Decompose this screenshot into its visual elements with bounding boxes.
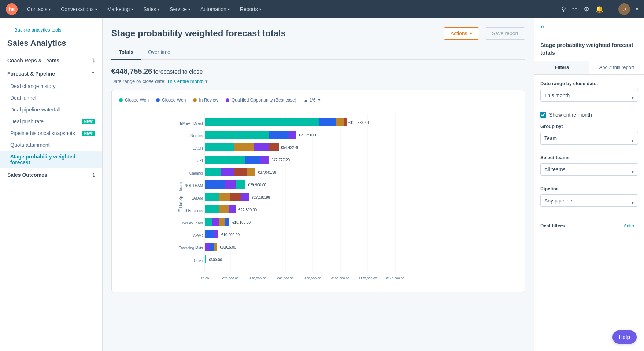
chevron-down-icon: ▾	[95, 7, 97, 11]
nav-automation[interactable]: Automation ▾	[197, 4, 233, 14]
group-by-label: Group by:	[540, 124, 638, 129]
show-entire-month-checkbox[interactable]	[540, 112, 546, 118]
pipeline-select-wrapper: Any pipeline	[540, 194, 638, 211]
svg-rect-23	[336, 118, 344, 126]
sidebar-item-deal-push[interactable]: Deal push rate NEW	[0, 116, 102, 127]
svg-rect-39	[245, 156, 260, 164]
svg-rect-65	[205, 218, 212, 226]
select-teams-select[interactable]: All teams	[540, 163, 638, 176]
svg-rect-72	[214, 230, 218, 238]
sidebar-section-coach[interactable]: Coach Reps & Teams ⤵	[0, 54, 102, 67]
deal-filters-row: Deal filters Actio...	[534, 223, 644, 231]
legend-dot-closed-won-teal	[119, 98, 123, 102]
nav-contacts[interactable]: Contacts ▾	[23, 4, 54, 14]
tab-over-time[interactable]: Over time	[141, 45, 178, 60]
legend-pagination: ▲ 1/6 ▼	[304, 98, 321, 103]
svg-text:€37,041.38: €37,041.38	[258, 171, 276, 175]
svg-rect-45	[234, 168, 247, 176]
svg-rect-32	[205, 143, 234, 151]
svg-rect-66	[212, 218, 219, 226]
next-icon[interactable]: ▼	[317, 98, 321, 103]
svg-text:€47,777.20: €47,777.20	[271, 158, 290, 162]
svg-text:€120,000.00: €120,000.00	[359, 277, 377, 280]
nav-sales[interactable]: Sales ▾	[140, 4, 163, 14]
chevron-down-icon: ⤵	[92, 58, 95, 63]
back-link[interactable]: ← Back to analytics tools	[0, 24, 102, 39]
legend-dot-in-review	[193, 98, 197, 102]
legend-in-review: In Review	[193, 98, 218, 103]
sidebar-section-forecast[interactable]: Forecast & Pipeline ⌃	[0, 67, 102, 80]
report-tabs: Totals Over time	[111, 45, 525, 60]
forecast-label: forecasted to close	[153, 69, 203, 75]
date-range-link[interactable]: This entire month	[167, 78, 204, 84]
group-by-select-wrapper: Team	[540, 132, 638, 149]
pipeline-select[interactable]: Any pipeline	[540, 194, 638, 207]
svg-rect-50	[225, 180, 236, 189]
svg-rect-43	[205, 168, 221, 176]
save-report-button[interactable]: Save report	[485, 27, 525, 40]
svg-rect-24	[344, 118, 347, 126]
marketplace-icon[interactable]: ☷	[572, 5, 578, 13]
chevron-down-icon: ▾	[470, 30, 472, 36]
tab-totals[interactable]: Totals	[111, 45, 141, 60]
svg-text:EMEA - Direct: EMEA - Direct	[180, 121, 203, 125]
svg-text:APAC: APAC	[193, 234, 203, 238]
search-icon[interactable]: ⚲	[561, 5, 566, 13]
bell-icon[interactable]: 🔔	[595, 5, 603, 13]
group-by-select[interactable]: Team	[540, 132, 638, 145]
svg-rect-61	[219, 205, 229, 213]
deal-filters-action[interactable]: Actio...	[623, 223, 638, 228]
right-panel: » Stage probability weighted forecast to…	[534, 18, 644, 351]
svg-text:€80,000.00: €80,000.00	[304, 277, 321, 280]
svg-text:Channel: Channel	[189, 171, 203, 175]
hubspot-logo[interactable]: hs	[6, 3, 18, 15]
forecast-amount: €448,755.26	[111, 67, 152, 75]
nav-marketing[interactable]: Marketing ▾	[104, 4, 137, 14]
nav-conversations[interactable]: Conversations ▾	[57, 4, 101, 14]
legend-closed-won-teal: Closed Won	[119, 98, 149, 103]
sidebar-item-deal-change[interactable]: Deal change history	[0, 80, 102, 92]
legend-label: Qualified Opportunity (Best case)	[232, 98, 296, 103]
badge-new-deal-push: NEW	[82, 119, 95, 124]
panel-tabs: Filters About this report	[534, 61, 644, 75]
svg-text:€60,000.00: €60,000.00	[277, 277, 293, 280]
pipeline-label: Pipeline	[540, 186, 638, 191]
svg-rect-54	[205, 193, 219, 201]
date-range-select[interactable]: This month	[540, 89, 638, 102]
nav-icons: ⚲ ☷ ⚙ 🔔 U ▾	[561, 3, 638, 15]
chevron-down-icon[interactable]: ▾	[636, 7, 638, 12]
svg-text:€54,422.40: €54,422.40	[281, 146, 299, 150]
svg-text:€100,000.00: €100,000.00	[331, 277, 349, 280]
help-button[interactable]: Help	[612, 330, 637, 344]
nav-service[interactable]: Service ▾	[166, 4, 194, 14]
svg-text:€40,000.00: €40,000.00	[249, 277, 266, 280]
sidebar-item-deal-pipeline[interactable]: Deal pipeline waterfall	[0, 104, 102, 116]
svg-rect-40	[260, 156, 269, 164]
sidebar-item-stage-probability[interactable]: Stage probability weighted forecast	[0, 151, 102, 168]
sidebar-item-deal-funnel[interactable]: Deal funnel	[0, 92, 102, 104]
report-header: Stage probability weighted forecast tota…	[111, 27, 525, 40]
sidebar-item-quota[interactable]: Quota attainment	[0, 139, 102, 151]
sidebar-item-pipeline-snapshots[interactable]: Pipeline historical snapshots NEW	[0, 127, 102, 139]
sidebar-section-sales-outcomes[interactable]: Sales Outcomes ⤵	[0, 168, 102, 182]
svg-text:€8,915.00: €8,915.00	[220, 245, 236, 249]
actions-button[interactable]: Actions ▾	[444, 27, 479, 40]
prev-icon[interactable]: ▲	[304, 98, 308, 103]
svg-rect-56	[230, 193, 241, 201]
chevron-up-icon: ⌃	[90, 71, 95, 77]
svg-rect-38	[205, 156, 245, 164]
svg-rect-80	[205, 255, 206, 263]
date-range-select-wrapper: This month	[540, 89, 638, 106]
panel-toggle[interactable]: »	[534, 18, 644, 35]
svg-rect-77	[214, 243, 217, 251]
panel-tab-filters[interactable]: Filters	[534, 61, 589, 74]
avatar[interactable]: U	[618, 3, 630, 15]
panel-tab-about[interactable]: About this report	[589, 61, 644, 74]
panel-report-title: Stage probability weighted forecast tota…	[534, 35, 644, 61]
svg-text:€600.00: €600.00	[209, 258, 222, 262]
legend-label: Closed Won	[162, 98, 186, 103]
svg-rect-44	[221, 168, 234, 176]
settings-icon[interactable]: ⚙	[584, 5, 589, 13]
svg-rect-57	[241, 193, 249, 201]
nav-reports[interactable]: Reports ▾	[236, 4, 265, 14]
